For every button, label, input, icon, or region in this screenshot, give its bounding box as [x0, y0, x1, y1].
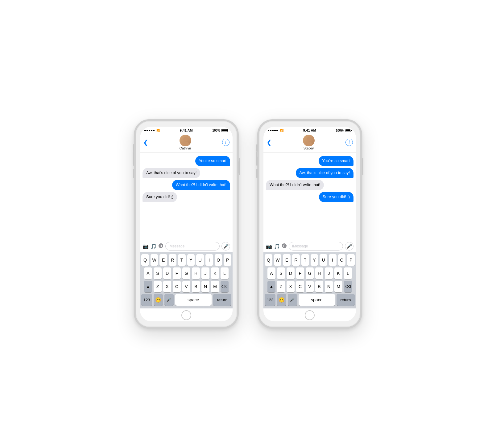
key-shift-right[interactable]: ▲ — [267, 281, 275, 292]
key-m-left[interactable]: M — [211, 281, 219, 292]
info-button-left[interactable]: i — [222, 139, 229, 146]
home-button-left[interactable] — [181, 310, 191, 320]
key-x-right[interactable]: X — [287, 281, 295, 292]
key-c-right[interactable]: C — [296, 281, 304, 292]
key-w-right[interactable]: W — [274, 254, 282, 266]
key-v-right[interactable]: V — [306, 281, 314, 292]
key-z-right[interactable]: Z — [277, 281, 285, 292]
key-e-right[interactable]: E — [283, 254, 291, 266]
key-emoji-right[interactable]: 😊 — [277, 294, 286, 306]
key-m-right[interactable]: M — [334, 281, 342, 292]
camera-icon-right[interactable]: 📷 — [266, 243, 272, 249]
status-right-left: 100% — [212, 129, 228, 132]
mic-button-right[interactable]: 🎤 — [345, 242, 353, 250]
key-n-right[interactable]: N — [325, 281, 333, 292]
key-d-left[interactable]: D — [163, 267, 171, 279]
key-h-left[interactable]: H — [192, 267, 200, 279]
key-u-right[interactable]: U — [320, 254, 327, 266]
key-v-left[interactable]: V — [182, 281, 190, 292]
key-x-left[interactable]: X — [163, 281, 171, 292]
key-a-left[interactable]: A — [144, 267, 152, 279]
key-y-right[interactable]: Y — [311, 254, 318, 266]
battery-percent-left: 100% — [212, 129, 220, 132]
back-button-left[interactable]: ❮ — [143, 139, 148, 146]
key-123-right[interactable]: 123 — [265, 294, 275, 306]
imessage-input-left[interactable]: iMessage — [165, 242, 220, 250]
message-row: What the?! I didn't write that! — [266, 180, 353, 190]
key-t-right[interactable]: T — [301, 254, 309, 266]
key-j-right[interactable]: J — [325, 267, 333, 279]
key-mic-right[interactable]: 🎤 — [288, 294, 297, 306]
back-button-right[interactable]: ❮ — [267, 139, 272, 146]
key-123-left[interactable]: 123 — [141, 294, 152, 306]
key-o-left[interactable]: O — [215, 254, 222, 266]
contact-name-left: Cathlyn — [180, 146, 191, 150]
key-i-left[interactable]: I — [205, 254, 213, 266]
bubble-received-4-left[interactable]: Sure you did! ;) — [143, 192, 177, 202]
key-y-left[interactable]: Y — [187, 254, 195, 266]
key-l-left[interactable]: L — [221, 267, 229, 279]
home-button-right[interactable] — [305, 310, 315, 320]
key-o-right[interactable]: O — [338, 254, 346, 266]
key-space-right[interactable]: space — [299, 294, 335, 306]
camera-icon-left[interactable]: 📷 — [143, 243, 149, 249]
bubble-sent-1-left[interactable]: You're so smart — [195, 156, 230, 166]
key-g-right[interactable]: G — [306, 267, 314, 279]
key-f-right[interactable]: F — [296, 267, 304, 279]
vol-down-button-right — [256, 169, 258, 178]
key-g-left[interactable]: G — [182, 267, 190, 279]
key-i-right[interactable]: I — [329, 254, 337, 266]
key-shift-left[interactable]: ▲ — [144, 281, 152, 292]
key-w-left[interactable]: W — [151, 254, 158, 266]
bubble-sent-4-right[interactable]: Sure you did! ;) — [319, 192, 353, 202]
bubble-sent-3-left[interactable]: What the?! I didn't write that! — [172, 180, 230, 190]
key-k-left[interactable]: K — [211, 267, 219, 279]
key-u-left[interactable]: U — [196, 254, 204, 266]
key-q-right[interactable]: Q — [265, 254, 272, 266]
key-h-right[interactable]: H — [315, 267, 323, 279]
key-d-right[interactable]: D — [287, 267, 295, 279]
mic-button-left[interactable]: 🎤 — [221, 242, 230, 250]
apps-icon-left[interactable]: 🅐 — [159, 243, 163, 249]
key-p-right[interactable]: P — [347, 254, 355, 266]
key-p-left[interactable]: P — [224, 254, 231, 266]
bubble-sent-1-right[interactable]: You're so smart — [319, 156, 353, 166]
heart-icon-right[interactable]: 🎵 — [274, 243, 280, 249]
key-b-left[interactable]: B — [192, 281, 200, 292]
bubble-received-3-right[interactable]: What the?! I didn't write that! — [266, 180, 324, 190]
key-backspace-left[interactable]: ⌫ — [221, 281, 229, 292]
key-t-left[interactable]: T — [178, 254, 186, 266]
key-e-left[interactable]: E — [159, 254, 167, 266]
wifi-icon-right: 📶 — [280, 129, 283, 132]
key-a-right[interactable]: A — [267, 267, 275, 279]
imessage-input-right[interactable]: iMessage — [289, 242, 343, 250]
home-button-area-left — [140, 308, 233, 321]
apps-icon-right[interactable]: 🅐 — [282, 243, 287, 249]
key-n-left[interactable]: N — [201, 281, 209, 292]
bubble-received-2-left[interactable]: Aw, that's nice of you to say! — [143, 168, 200, 178]
key-mic-left[interactable]: 🎤 — [164, 294, 174, 306]
key-r-left[interactable]: R — [169, 254, 176, 266]
phone-screen-left: 📶 9:41 AM 100% ❮ Cathl — [140, 127, 233, 321]
key-q-left[interactable]: Q — [141, 254, 149, 266]
info-button-right[interactable]: i — [345, 139, 353, 146]
key-r-right[interactable]: R — [292, 254, 300, 266]
bubble-sent-2-right[interactable]: Aw, that's nice of you to say! — [296, 168, 353, 178]
key-emoji-left[interactable]: 😊 — [154, 294, 163, 306]
keyboard-row-qwerty-right: Q W E R T Y U I O P — [265, 254, 355, 266]
key-z-left[interactable]: Z — [154, 281, 162, 292]
key-c-left[interactable]: C — [173, 281, 181, 292]
key-return-right[interactable]: return — [337, 294, 355, 306]
key-b-right[interactable]: B — [315, 281, 323, 292]
key-backspace-right[interactable]: ⌫ — [344, 281, 352, 292]
key-j-left[interactable]: J — [201, 267, 209, 279]
key-s-right[interactable]: S — [277, 267, 285, 279]
key-k-right[interactable]: K — [334, 267, 342, 279]
heart-icon-left[interactable]: 🎵 — [151, 243, 157, 249]
key-l-right[interactable]: L — [344, 267, 352, 279]
key-return-left[interactable]: return — [213, 294, 231, 306]
key-s-left[interactable]: S — [154, 267, 162, 279]
key-space-left[interactable]: space — [175, 294, 212, 306]
key-f-left[interactable]: F — [173, 267, 181, 279]
signal-icon-right — [268, 130, 278, 131]
